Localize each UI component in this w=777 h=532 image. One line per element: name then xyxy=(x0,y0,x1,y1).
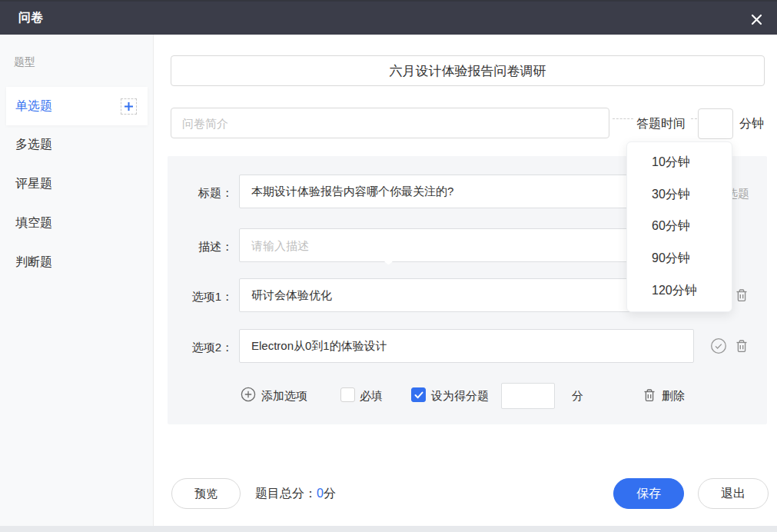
sidebar-item-multi-choice[interactable]: 多选题 xyxy=(6,125,148,164)
option-1-label: 选项1： xyxy=(168,290,233,304)
add-option-icon[interactable] xyxy=(241,387,256,402)
total-score-label: 题目总分： xyxy=(255,487,317,500)
score-input[interactable] xyxy=(501,383,555,409)
time-option-60[interactable]: 60分钟 xyxy=(627,211,732,243)
question-desc-label: 描述： xyxy=(168,240,233,254)
dashed-divider xyxy=(691,118,697,119)
preview-button[interactable]: 预览 xyxy=(171,478,241,509)
score-question-label: 设为得分题 xyxy=(431,389,489,404)
required-checkbox[interactable] xyxy=(340,387,355,402)
score-unit-label: 分 xyxy=(572,389,583,404)
save-button[interactable]: 保存 xyxy=(613,478,684,509)
total-score-value: 0 xyxy=(317,487,324,500)
add-question-icon[interactable] xyxy=(121,98,137,115)
preview-button-label: 预览 xyxy=(194,487,217,501)
question-type-sidebar: 题型 单选题 多选题 评星题 填空题 判断题 xyxy=(0,35,154,526)
time-option-90[interactable]: 90分钟 xyxy=(627,243,732,275)
survey-title-input[interactable] xyxy=(171,55,765,86)
time-option-30[interactable]: 30分钟 xyxy=(627,179,732,211)
survey-intro-input[interactable] xyxy=(171,108,609,138)
answer-time-input[interactable] xyxy=(698,108,733,139)
answer-time-dropdown: 10分钟 30分钟 60分钟 90分钟 120分钟 xyxy=(626,141,732,312)
delete-question-label[interactable]: 删除 xyxy=(662,389,685,404)
set-answer-icon[interactable] xyxy=(710,337,727,354)
page-bottom-strip xyxy=(0,526,777,532)
option-2-input[interactable] xyxy=(239,329,694,363)
delete-option-icon[interactable] xyxy=(733,287,750,304)
exit-button[interactable]: 退出 xyxy=(698,478,769,509)
sidebar-item-true-false[interactable]: 判断题 xyxy=(6,243,148,281)
add-option-label[interactable]: 添加选项 xyxy=(261,389,307,404)
answer-time-label: 答题时间 xyxy=(636,116,686,132)
total-score: 题目总分：0分 xyxy=(255,486,336,502)
sidebar-item-label: 填空题 xyxy=(15,215,52,231)
delete-question-icon[interactable] xyxy=(641,387,658,404)
sidebar-item-label: 评星题 xyxy=(15,176,52,192)
save-button-label: 保存 xyxy=(636,486,661,502)
chevron-down-icon xyxy=(379,254,398,266)
time-option-10[interactable]: 10分钟 xyxy=(627,147,732,179)
modal-title: 问卷 xyxy=(18,10,44,26)
dashed-divider xyxy=(613,118,633,119)
total-score-unit: 分 xyxy=(324,487,336,500)
option-2-label: 选项2： xyxy=(168,341,233,355)
sidebar-item-label: 多选题 xyxy=(15,137,52,153)
required-label: 必填 xyxy=(360,389,383,404)
exit-button-label: 退出 xyxy=(721,486,745,502)
sidebar-item-single-choice[interactable]: 单选题 xyxy=(6,87,148,125)
score-question-checkbox[interactable] xyxy=(411,387,426,402)
sidebar-item-label: 判断题 xyxy=(15,254,52,271)
sidebar-item-star-rating[interactable]: 评星题 xyxy=(6,165,148,203)
question-title-label: 标题： xyxy=(168,186,233,201)
sidebar-item-fill-blank[interactable]: 填空题 xyxy=(6,204,148,242)
answer-time-unit: 分钟 xyxy=(739,116,764,132)
delete-option-icon[interactable] xyxy=(733,337,750,354)
modal-header: 问卷 xyxy=(0,0,777,35)
close-icon[interactable] xyxy=(749,12,763,26)
time-option-120[interactable]: 120分钟 xyxy=(627,274,732,307)
sidebar-section-label: 题型 xyxy=(14,55,35,69)
sidebar-item-label: 单选题 xyxy=(15,98,52,115)
